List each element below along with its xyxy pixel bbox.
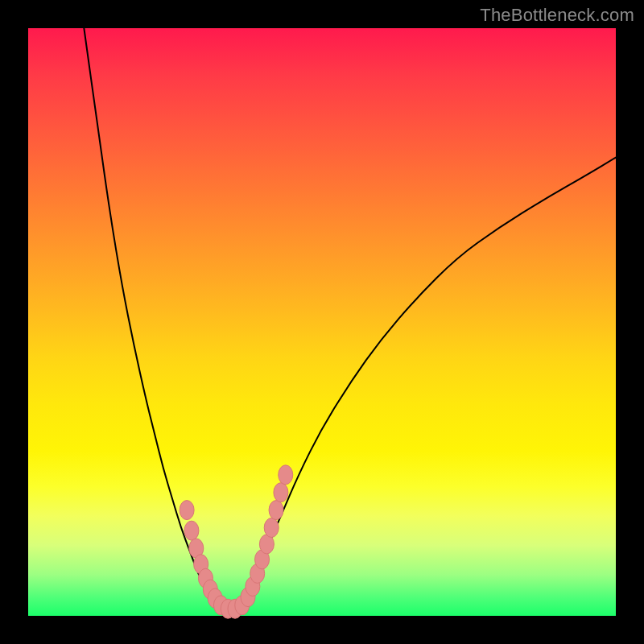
data-markers (180, 465, 293, 618)
left-curve (84, 28, 216, 607)
curve-layer (28, 28, 616, 616)
right-curve (240, 158, 616, 607)
data-marker (184, 521, 199, 540)
watermark-text: TheBottleneck.com (480, 5, 634, 26)
data-marker (279, 465, 293, 485)
data-marker (264, 518, 279, 538)
chart-frame: TheBottleneck.com (0, 0, 644, 644)
data-marker (269, 501, 283, 520)
data-marker (274, 483, 288, 502)
plot-area (28, 28, 616, 616)
data-marker (180, 501, 194, 520)
